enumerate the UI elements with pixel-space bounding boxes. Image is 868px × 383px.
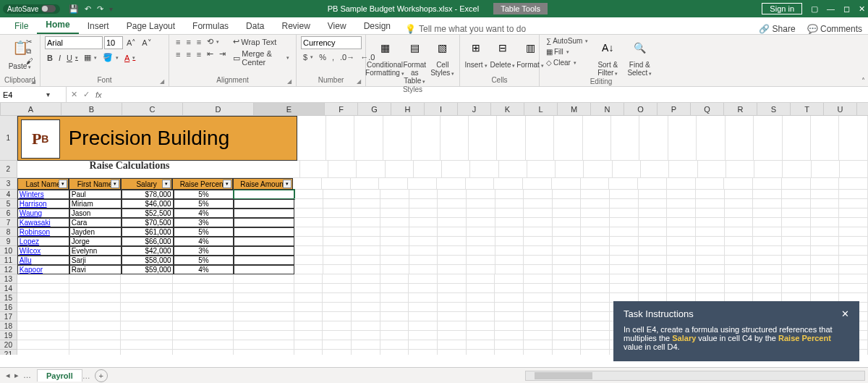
- cell[interactable]: [409, 256, 438, 265]
- cell[interactable]: [323, 256, 352, 265]
- row-header-1[interactable]: 1: [0, 116, 17, 161]
- delete-cells-icon[interactable]: ⊟: [491, 36, 514, 59]
- cell[interactable]: [438, 274, 467, 284]
- cell[interactable]: [811, 227, 840, 237]
- close-icon[interactable]: ✕: [859, 4, 865, 14]
- cell[interactable]: [234, 274, 294, 284]
- merge-center-button[interactable]: ▭ Merge & Center: [231, 49, 292, 67]
- cell[interactable]: [121, 274, 173, 284]
- filter-dropdown-icon[interactable]: ▾: [59, 180, 67, 188]
- cell[interactable]: [524, 340, 553, 350]
- cell[interactable]: [323, 199, 352, 209]
- cell[interactable]: [782, 274, 811, 284]
- cell[interactable]: [380, 265, 409, 274]
- scrollbar-thumb[interactable]: [535, 372, 592, 379]
- table-header[interactable]: First Name▾: [69, 178, 121, 190]
- new-sheet-button[interactable]: +: [95, 369, 108, 382]
- cell-raise-amount[interactable]: [234, 246, 294, 256]
- horizontal-scrollbar[interactable]: [525, 371, 865, 381]
- cell[interactable]: [495, 218, 524, 227]
- cell[interactable]: [553, 331, 582, 340]
- undo-icon[interactable]: ↶: [85, 4, 91, 14]
- cell[interactable]: [380, 256, 409, 265]
- cell[interactable]: [121, 331, 173, 340]
- sort-filter-button[interactable]: Sort & Filter: [593, 61, 622, 77]
- cell[interactable]: [352, 303, 380, 312]
- cell[interactable]: [811, 284, 840, 293]
- cell[interactable]: [754, 116, 782, 161]
- cell[interactable]: [782, 178, 811, 190]
- cell[interactable]: [300, 161, 328, 178]
- cell[interactable]: [69, 293, 122, 303]
- cell[interactable]: [840, 161, 868, 178]
- cell[interactable]: [495, 274, 524, 284]
- cell[interactable]: [782, 227, 811, 237]
- cell[interactable]: [294, 312, 323, 321]
- cell-raise-percent[interactable]: 4%: [174, 237, 234, 246]
- cell[interactable]: [610, 218, 639, 227]
- cell[interactable]: [753, 274, 782, 284]
- cell[interactable]: [467, 340, 495, 350]
- cell[interactable]: [639, 209, 668, 218]
- cell[interactable]: [380, 340, 409, 350]
- cell[interactable]: [69, 284, 122, 293]
- sheet-nav-prev-icon[interactable]: ▸: [14, 371, 19, 380]
- cell[interactable]: [438, 237, 467, 246]
- cell[interactable]: [323, 190, 352, 199]
- column-header-A[interactable]: A: [1, 103, 61, 115]
- cell[interactable]: [581, 178, 610, 190]
- tab-file[interactable]: File: [6, 18, 37, 34]
- column-header-P[interactable]: P: [658, 103, 691, 115]
- cell[interactable]: [553, 303, 582, 312]
- tab-review[interactable]: Review: [273, 18, 318, 34]
- cell[interactable]: [811, 116, 839, 161]
- cell[interactable]: [811, 218, 840, 227]
- cell[interactable]: [409, 199, 438, 209]
- cell[interactable]: [667, 199, 696, 209]
- cell[interactable]: [524, 321, 553, 331]
- cell[interactable]: [494, 178, 523, 190]
- cell[interactable]: [121, 350, 173, 355]
- cell[interactable]: [294, 218, 323, 227]
- cell[interactable]: [610, 265, 639, 274]
- cell-firstname[interactable]: Jayden: [69, 227, 122, 237]
- font-color-icon[interactable]: A: [122, 53, 137, 63]
- maximize-icon[interactable]: ◻: [843, 4, 850, 14]
- cell[interactable]: [414, 161, 442, 178]
- cell-firstname[interactable]: Jason: [69, 209, 122, 218]
- cell[interactable]: [352, 209, 380, 218]
- cell[interactable]: [524, 293, 553, 303]
- cell[interactable]: [495, 331, 524, 340]
- cell[interactable]: [667, 246, 696, 256]
- fill-color-icon[interactable]: 🪣: [101, 52, 121, 63]
- cell[interactable]: [173, 312, 234, 321]
- cell[interactable]: [725, 265, 754, 274]
- cell[interactable]: [725, 190, 754, 199]
- cell[interactable]: [553, 274, 582, 284]
- number-launcher-icon[interactable]: ◢: [357, 78, 361, 85]
- cell[interactable]: [17, 331, 69, 340]
- cell[interactable]: [351, 178, 380, 190]
- cell[interactable]: [754, 161, 783, 178]
- cell[interactable]: [467, 350, 495, 355]
- cell-raise-percent[interactable]: 4%: [174, 209, 234, 218]
- cell[interactable]: [438, 218, 467, 227]
- cell[interactable]: [553, 199, 582, 209]
- cell[interactable]: [121, 303, 173, 312]
- cell[interactable]: [409, 303, 438, 312]
- cell[interactable]: [667, 190, 696, 199]
- cell[interactable]: [380, 321, 409, 331]
- cell[interactable]: [553, 340, 582, 350]
- cell-styles-button[interactable]: Cell Styles: [430, 61, 456, 77]
- cell[interactable]: [839, 218, 868, 227]
- cell[interactable]: [581, 284, 610, 293]
- cell[interactable]: [696, 256, 725, 265]
- cell[interactable]: [524, 227, 553, 237]
- cell[interactable]: [782, 218, 811, 227]
- cell[interactable]: [524, 274, 553, 284]
- cell-raise-amount[interactable]: [234, 209, 294, 218]
- row-header-19[interactable]: 19: [0, 331, 17, 340]
- cell[interactable]: [352, 293, 380, 303]
- cell[interactable]: [552, 178, 581, 190]
- redo-icon[interactable]: ↷: [97, 4, 103, 14]
